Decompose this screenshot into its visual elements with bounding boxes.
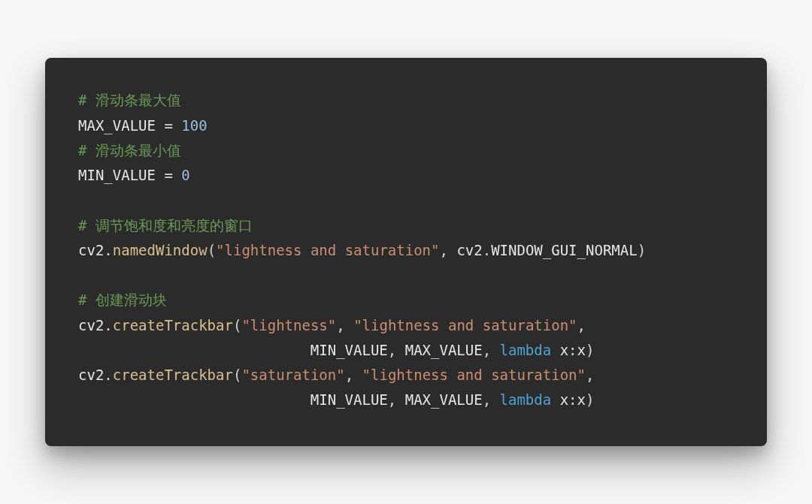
code-token: MAX_VALUE	[405, 391, 483, 408]
code-token: 0	[181, 167, 189, 183]
code-token: "lightness and saturation"	[362, 367, 586, 383]
code-token: (	[208, 242, 216, 258]
code-line: MIN_VALUE, MAX_VALUE, lambda x:x)	[78, 342, 594, 358]
code-line: cv2.createTrackbar("saturation", "lightn…	[78, 367, 594, 383]
code-token: cv2	[78, 242, 104, 258]
code-token: 100	[181, 117, 207, 134]
code-line: MAX_VALUE = 100	[78, 117, 208, 134]
code-token: )	[586, 391, 594, 408]
code-token: x	[551, 391, 568, 408]
code-card: # 滑动条最大值 MAX_VALUE = 100 # 滑动条最小值 MIN_VA…	[45, 58, 767, 445]
code-token: ,	[440, 242, 457, 258]
code-token: :	[568, 342, 577, 358]
code-token: "lightness and saturation"	[216, 242, 439, 258]
code-token: (	[233, 317, 241, 333]
code-token: "lightness"	[241, 317, 336, 333]
code-token: ,	[336, 317, 353, 333]
code-block: # 滑动条最大值 MAX_VALUE = 100 # 滑动条最小值 MIN_VA…	[78, 88, 734, 412]
code-token: MAX_VALUE	[78, 117, 156, 134]
code-token: .	[104, 317, 112, 333]
code-token: "saturation"	[241, 367, 344, 383]
code-token: lambda	[500, 342, 552, 358]
code-token: .	[104, 367, 112, 383]
code-token: MAX_VALUE	[405, 342, 483, 358]
code-token: WINDOW_GUI_NORMAL	[491, 242, 637, 258]
code-line: # 滑动条最大值	[78, 92, 181, 108]
code-line: # 创建滑动块	[78, 291, 167, 308]
code-token: (	[233, 367, 241, 383]
code-line: cv2.namedWindow("lightness and saturatio…	[78, 242, 646, 258]
page-stage: # 滑动条最大值 MAX_VALUE = 100 # 滑动条最小值 MIN_VA…	[0, 0, 812, 504]
code-token: cv2	[456, 242, 482, 258]
code-token: lambda	[500, 391, 552, 408]
code-token: createTrackbar	[113, 317, 233, 333]
code-token: # 调节饱和度和亮度的窗口	[78, 217, 253, 234]
code-token: .	[483, 242, 491, 258]
code-token: namedWindow	[113, 242, 208, 258]
code-token: # 创建滑动块	[78, 291, 167, 308]
code-token: x	[577, 342, 586, 358]
code-token: MIN_VALUE	[311, 391, 388, 408]
code-token: cv2	[78, 317, 104, 333]
code-line: # 滑动条最小值	[78, 142, 181, 158]
code-token: ,	[483, 342, 500, 358]
code-token: =	[156, 117, 181, 134]
code-token: x	[551, 342, 568, 358]
code-token: ,	[388, 342, 405, 358]
code-line: MIN_VALUE, MAX_VALUE, lambda x:x)	[78, 391, 594, 408]
code-token: # 滑动条最大值	[78, 92, 181, 108]
code-token: ,	[388, 391, 405, 408]
code-token: MIN_VALUE	[311, 342, 388, 358]
code-token: createTrackbar	[113, 367, 233, 383]
code-token: "lightness and saturation"	[353, 317, 577, 333]
code-token: MIN_VALUE	[78, 167, 156, 183]
code-token: .	[104, 242, 112, 258]
code-token: ,	[483, 391, 500, 408]
code-token: ,	[577, 317, 586, 333]
code-token: )	[638, 242, 646, 258]
code-token: =	[156, 167, 181, 183]
code-token: :	[568, 391, 577, 408]
code-line: MIN_VALUE = 0	[78, 167, 190, 183]
code-token: )	[586, 342, 594, 358]
code-token: ,	[345, 367, 362, 383]
code-token: cv2	[78, 367, 104, 383]
code-line: # 调节饱和度和亮度的窗口	[78, 217, 253, 234]
code-token: ,	[586, 367, 594, 383]
code-token: x	[577, 391, 586, 408]
code-line: cv2.createTrackbar("lightness", "lightne…	[78, 317, 586, 333]
code-token: # 滑动条最小值	[78, 142, 181, 158]
